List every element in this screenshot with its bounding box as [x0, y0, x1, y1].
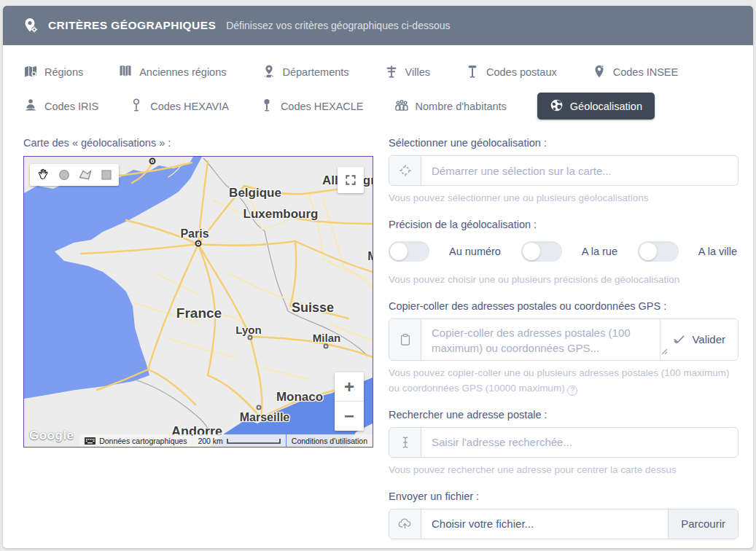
map-caption: Carte des « géolocalisations » : — [23, 137, 373, 149]
upload-helper: Vous pouvez envoyer un fichier listant v… — [389, 544, 739, 548]
draw-circle-tool[interactable] — [53, 165, 74, 185]
section-paste-addresses: Copier-coller des adresses postales ou c… — [389, 300, 739, 396]
rectangle-tool-icon — [99, 168, 114, 182]
map-pin-gear-icon — [22, 17, 39, 34]
tab-codes-insee[interactable]: Codes INSEE — [592, 61, 678, 83]
panel-title: CRITÈRES GÉOGRAPHIQUES — [48, 19, 216, 32]
tab-regions[interactable]: Régions — [23, 61, 83, 83]
precision-label: Précision de la géolocalisation : — [389, 219, 739, 230]
tab-label: Géolocalisation — [570, 101, 642, 112]
map-fullscreen-button[interactable] — [338, 167, 364, 193]
tab-label: Codes INSEE — [613, 66, 678, 78]
panel-subtitle: Définissez vos critères géographiques ci… — [226, 20, 450, 31]
tab-codes-postaux[interactable]: Codes postaux — [465, 61, 557, 83]
tab-label: Codes HEXACLE — [281, 101, 364, 112]
precision-option-a-la-ville: A la ville — [638, 241, 737, 262]
tab-label: Codes postaux — [486, 66, 557, 78]
search-group — [389, 427, 739, 458]
select-geo-input[interactable] — [421, 156, 738, 185]
toggle-label: A la ville — [698, 246, 737, 257]
precision-option-au-numero: Au numéro — [389, 241, 501, 262]
map-draw-toolbar — [30, 164, 119, 186]
panel-content: Régions Anciennes régions Départements V… — [3, 45, 753, 548]
tab-label: Départements — [283, 66, 349, 78]
upload-file-field[interactable] — [421, 509, 668, 539]
tab-nombre-habitants[interactable]: Nombre d'habitants — [394, 95, 507, 117]
validate-button[interactable]: Valider — [660, 319, 738, 360]
browse-button[interactable]: Parcourir — [668, 509, 738, 539]
tab-label: Anciennes régions — [139, 66, 226, 78]
draw-rectangle-tool[interactable] — [96, 165, 117, 185]
map-canvas[interactable] — [24, 157, 373, 447]
tab-codes-iris[interactable]: Codes IRIS — [23, 95, 98, 117]
street-lamp-filled-icon — [260, 98, 274, 114]
map-pin-cluster-icon — [262, 64, 276, 81]
form-column: Sélectionner une géolocalisation : Vous … — [389, 137, 739, 548]
people-icon — [394, 98, 409, 114]
toggle-a-la-rue[interactable] — [521, 241, 562, 262]
criteria-panel: CRITÈRES GÉOGRAPHIQUES Définissez vos cr… — [3, 6, 753, 548]
tab-label: Régions — [44, 66, 83, 78]
polygon-tool-icon — [78, 168, 93, 182]
search-helper: Vous pouvez rechercher une adresse pour … — [389, 463, 739, 478]
clipboard-icon — [389, 319, 421, 360]
precision-helper: Vous pouvez choisir une ou plusieurs pré… — [389, 273, 739, 288]
circle-tool-icon — [57, 168, 71, 182]
pin-icon — [592, 64, 607, 81]
cloud-upload-icon — [389, 509, 421, 539]
upload-label: Envoyer un fichier : — [389, 491, 739, 502]
tab-anciennes-regions[interactable]: Anciennes régions — [118, 61, 226, 83]
text-cursor-icon — [389, 428, 421, 457]
check-icon — [673, 333, 685, 345]
geolocation-map[interactable]: BelgiqueLuxembourgAllemagneParisFranceSu… — [23, 156, 373, 448]
tab-geolocalisation[interactable]: Géolocalisation — [537, 93, 655, 120]
hand-icon — [36, 168, 50, 182]
map-data-attribution[interactable]: Données cartographiques — [79, 434, 192, 447]
main-area: Carte des « géolocalisations » : — [23, 137, 733, 548]
toggle-knob — [523, 243, 540, 260]
map-terms-link[interactable]: Conditions d'utilisation — [287, 434, 373, 447]
section-search-address: Rechercher une adresse postale : Vous po… — [389, 409, 739, 478]
select-geo-group — [389, 155, 739, 186]
section-precision: Précision de la géolocalisation : Au num… — [389, 219, 739, 288]
toggle-au-numero[interactable] — [389, 241, 429, 262]
street-lamp-icon — [129, 98, 144, 114]
regions-map-icon — [23, 64, 38, 81]
tab-villes[interactable]: Villes — [384, 61, 430, 83]
zoom-out-button[interactable]: − — [335, 402, 364, 431]
fullscreen-icon — [344, 173, 357, 187]
select-geo-helper: Vous pouvez sélectionner une ou plusieur… — [389, 191, 739, 206]
tab-codes-hexavia[interactable]: Codes HEXAVIA — [129, 95, 229, 117]
tab-label: Nombre d'habitants — [416, 101, 507, 112]
select-geo-label: Sélectionner une géolocalisation : — [389, 137, 739, 149]
paste-group: Valider — [389, 319, 739, 361]
tab-row-1: Régions Anciennes régions Départements V… — [23, 61, 733, 83]
upload-group: Parcourir — [389, 509, 739, 539]
keyboard-icon — [85, 437, 96, 445]
section-select-geolocation: Sélectionner une géolocalisation : Vous … — [389, 137, 739, 206]
zoom-in-button[interactable]: + — [335, 372, 364, 402]
crosshair-icon — [389, 156, 421, 185]
person-pin-icon — [23, 98, 38, 114]
draw-polygon-tool[interactable] — [74, 165, 96, 185]
tab-label: Villes — [405, 66, 430, 78]
precision-toggles: Au numéro A la rue A la ville — [389, 241, 737, 262]
tab-codes-hexacle[interactable]: Codes HEXACLE — [260, 95, 364, 117]
precision-option-a-la-rue: A la rue — [521, 241, 617, 262]
paste-addresses-textarea[interactable] — [421, 319, 660, 360]
scale-bar — [227, 438, 281, 444]
toggle-a-la-ville[interactable] — [638, 241, 679, 262]
map-scale: 200 km — [192, 434, 285, 447]
milestone-icon — [465, 64, 480, 81]
tab-label: Codes IRIS — [44, 101, 98, 112]
google-logo[interactable]: Google — [29, 429, 74, 443]
search-address-input[interactable] — [421, 428, 738, 457]
pan-hand-tool[interactable] — [32, 165, 53, 185]
page: CRITÈRES GÉOGRAPHIQUES Définissez vos cr… — [0, 0, 756, 551]
map-attribution: Données cartographiques 200 km Condition… — [79, 434, 373, 447]
section-upload-file: Envoyer un fichier : Parcourir Vous pou — [389, 491, 739, 548]
tab-departements[interactable]: Départements — [262, 61, 349, 83]
tab-row-2: Codes IRIS Codes HEXAVIA Codes HEXACLE N… — [23, 93, 733, 120]
help-icon[interactable]: ? — [567, 386, 577, 396]
toggle-label: A la rue — [582, 246, 617, 257]
